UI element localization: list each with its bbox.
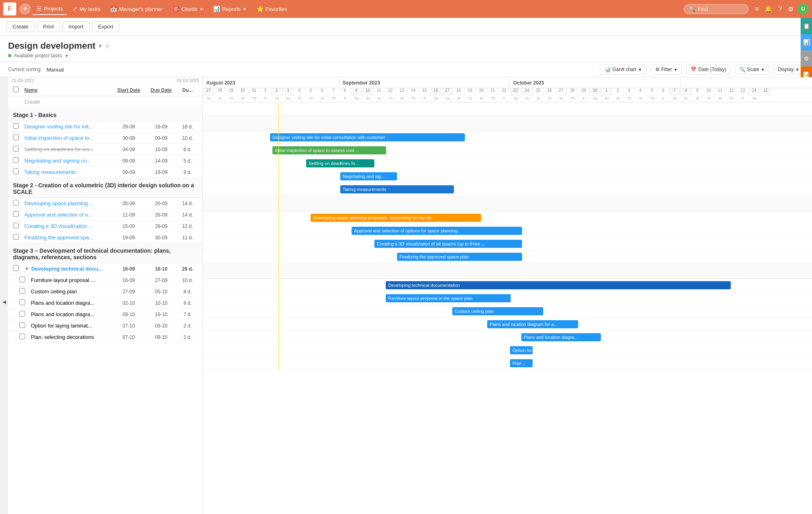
task-row[interactable]: Plan, selecting decorations 07-10 09-10 … xyxy=(8,332,203,343)
nav-favorites[interactable]: ⭐ Favorites xyxy=(253,3,291,15)
add-button[interactable]: + xyxy=(19,3,31,15)
task-name-0[interactable]: Designer visiting site for init... xyxy=(24,124,112,130)
collapse-button[interactable]: ▼ xyxy=(24,266,30,272)
task-row[interactable]: Approval and selection of o... 11-09 26-… xyxy=(8,209,203,221)
sidebar-tab-2[interactable]: 📊 xyxy=(801,34,812,50)
task-row[interactable]: Furniture layout proposal ... 16-09 27-0… xyxy=(8,275,203,286)
search-input[interactable] xyxy=(698,6,743,12)
gantt-bar[interactable]: Plans and location diagram for a... xyxy=(487,320,578,328)
gantt-bar[interactable]: Designer visiting site for initial consu… xyxy=(270,133,465,141)
gantt-dow-label: Th xyxy=(646,96,658,102)
nav-my-tasks[interactable]: ✓ My tasks xyxy=(69,3,104,15)
gantt-bar[interactable]: Developing space planning proposals, acc… xyxy=(311,214,481,222)
gantt-task-row: Settling on deadlines fo... xyxy=(203,157,812,170)
filter-dropdown-icon: ▼ xyxy=(674,67,678,72)
gantt-day: 25 xyxy=(533,88,544,96)
gantt-dow-label: M xyxy=(612,96,624,102)
print-button[interactable]: Print xyxy=(37,21,60,32)
gantt-stage-1-row xyxy=(203,115,812,131)
help-icon[interactable]: ? xyxy=(777,4,784,14)
sidebar-tab-3[interactable]: ⚙ xyxy=(801,50,812,67)
gantt-dow-label: M xyxy=(374,96,385,102)
nav-clients[interactable]: 🎯 Clients ▼ xyxy=(168,3,208,15)
gantt-bar[interactable]: Approval and selection of options for sp… xyxy=(352,227,522,235)
filter-button[interactable]: ⚙ Filter ▼ xyxy=(651,65,682,74)
gantt-chart-button[interactable]: 📊 Gantt chart ▼ xyxy=(600,65,646,74)
month-september: September 2023 xyxy=(339,79,510,88)
gantt-icon: 📊 xyxy=(605,67,611,72)
gantt-day: 11 xyxy=(715,88,726,96)
header-checkbox[interactable] xyxy=(13,87,24,93)
task-row[interactable]: Initial inspection of space to... 30-08 … xyxy=(8,132,203,144)
favorite-star-icon[interactable]: ☆ xyxy=(105,42,110,50)
gantt-dow-label: Tu xyxy=(226,96,237,102)
panel-toggle-button[interactable]: ◀ xyxy=(0,77,8,514)
gantt-dow-label xyxy=(760,96,771,102)
create-button[interactable]: Create xyxy=(6,21,35,32)
gantt-bar[interactable]: Initial inspection of space to assess co… xyxy=(272,146,386,154)
gantt-day: 14 xyxy=(749,88,760,96)
create-task-row[interactable]: Create xyxy=(8,96,203,108)
gantt-bar[interactable]: Plan... xyxy=(510,359,533,367)
gantt-bar[interactable]: Plans and location diagra... xyxy=(521,333,601,341)
gantt-dow-label: Th xyxy=(567,96,578,102)
gantt-bar[interactable]: Taking measurements xyxy=(340,185,454,193)
gantt-task-row: Designer visiting site for initial consu… xyxy=(203,131,812,144)
task-row[interactable]: Developing space planning ... 05-09 20-0… xyxy=(8,198,203,209)
reports-icon: 📊 xyxy=(213,6,220,12)
view-controls: 📊 Gantt chart ▼ ⚙ Filter ▼ 📅 Date (Today… xyxy=(600,65,804,74)
nav-managers-planner[interactable]: 📅 Manager's planner xyxy=(106,3,166,15)
task-row[interactable]: Custom ceiling plan 27-09 05-10 8 d. xyxy=(8,286,203,297)
header-due-date[interactable]: Due Date xyxy=(145,87,177,93)
gantt-bar[interactable]: Settling on deadlines fo... xyxy=(306,159,374,167)
gantt-dow-label: Sa xyxy=(590,96,601,102)
date-button[interactable]: 📅 Date (Today) xyxy=(686,65,731,74)
sidebar-tab-1[interactable]: 📋 xyxy=(801,18,812,34)
task-row[interactable]: Taking measurements 09-09 19-09 9 d. xyxy=(8,167,203,178)
table-header: Name Start Date Due Date Du... xyxy=(8,84,203,96)
gantt-dow-label: Tu xyxy=(305,96,317,102)
task-row[interactable]: Negotiating and signing co... 09-09 14-0… xyxy=(8,155,203,167)
gantt-day: 12 xyxy=(385,88,396,96)
task-row[interactable]: ▼ Developing technical docu... 16-09 16-… xyxy=(8,263,203,275)
gantt-task-row: Finalizing the approved space plan xyxy=(203,250,812,263)
export-button[interactable]: Export xyxy=(92,21,120,32)
gantt-day: 4 xyxy=(635,88,646,96)
task-row[interactable]: Creating a 3D visualization ... 15-09 28… xyxy=(8,221,203,232)
nav-reports[interactable]: 📊 Reports ▼ xyxy=(209,3,251,15)
task-row[interactable]: Plans and location diagra... 09-10 16-10… xyxy=(8,309,203,320)
tab-3-icon: ⚙ xyxy=(804,55,809,62)
header-start-date[interactable]: Start Date xyxy=(112,87,145,93)
gantt-dow-label: F xyxy=(260,96,271,102)
search-icon: 🔍 xyxy=(689,6,695,12)
gantt-bar[interactable]: Custom ceiling plan xyxy=(452,307,543,315)
project-status[interactable]: Available project tasks ▼ xyxy=(8,53,804,59)
task-row[interactable]: Designer visiting site for init... 29-08… xyxy=(8,121,203,132)
nav-projects[interactable]: ☰ Projects xyxy=(32,3,67,15)
gantt-bar[interactable]: Option for laying xyxy=(510,346,533,354)
task-row[interactable]: Option for laying laminat... 07-10 09-10… xyxy=(8,320,203,332)
gantt-bar[interactable]: Negotiating and sig... xyxy=(340,172,397,180)
gantt-dow-label: F xyxy=(419,96,430,102)
toolbar: Create Print Import Export ✕ xyxy=(0,18,812,36)
task-row[interactable]: Settling on deadlines for wo... 04-09 10… xyxy=(8,144,203,155)
header-name[interactable]: Name xyxy=(24,87,112,93)
task-checkbox-0[interactable] xyxy=(13,123,24,130)
settings-icon[interactable]: ⚙ xyxy=(786,4,795,15)
calendar-icon: 📅 xyxy=(691,67,697,72)
scale-button[interactable]: 🔍 Scale ▼ xyxy=(735,65,769,74)
gantt-dow-label: Su xyxy=(362,96,374,102)
gantt-bar[interactable]: Furniture layout proposal in the space p… xyxy=(386,294,511,302)
gantt-bar[interactable]: Creating a 3D visualization of all space… xyxy=(374,240,522,248)
avatar[interactable]: U xyxy=(797,3,809,15)
import-button[interactable]: Import xyxy=(63,21,90,32)
display-button[interactable]: Display ▼ xyxy=(773,65,804,74)
gantt-bar[interactable]: Finalizing the approved space plan xyxy=(397,253,522,261)
bell-icon[interactable]: 🔔 xyxy=(763,4,774,15)
gantt-day: 2 xyxy=(612,88,624,96)
hamburger-icon[interactable]: ≡ xyxy=(754,4,760,14)
search-box[interactable]: 🔍 xyxy=(684,4,749,14)
gantt-bar[interactable]: Developing technical documentation xyxy=(386,281,731,289)
task-row[interactable]: Finalizing the approved spa... 19-09 30-… xyxy=(8,232,203,243)
task-row[interactable]: Plans and location diagra... 02-10 10-10… xyxy=(8,297,203,309)
